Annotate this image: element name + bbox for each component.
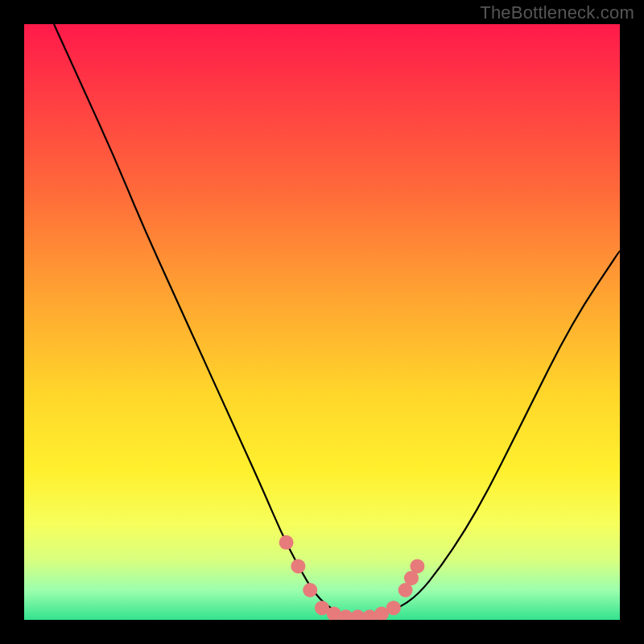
curve-marker xyxy=(410,559,424,573)
chart-frame: TheBottleneck.com xyxy=(0,0,644,644)
curve-marker xyxy=(291,559,305,573)
plot-background xyxy=(24,24,620,620)
chart-svg xyxy=(24,24,620,620)
curve-marker xyxy=(303,583,317,597)
curve-marker xyxy=(386,601,401,615)
watermark-text: TheBottleneck.com xyxy=(480,2,634,23)
gradient-plot xyxy=(24,24,620,620)
curve-marker xyxy=(279,535,294,550)
